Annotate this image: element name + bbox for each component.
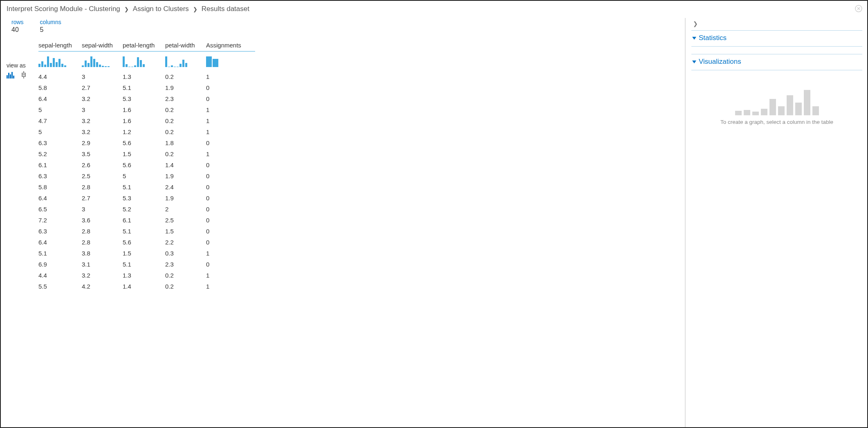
column-header[interactable]: petal-width [165,39,206,52]
table-row[interactable]: 5.54.21.40.21 [38,281,255,292]
dataset-summary: rows 40 columns 5 [7,17,683,39]
table-cell: 0 [206,226,255,237]
table-cell: 1.5 [123,248,165,259]
table-cell: 5.3 [123,93,165,104]
table-cell: 0 [206,237,255,248]
table-row[interactable]: 5.13.81.50.31 [38,248,255,259]
visualizations-section: Visualizations To create a graph, select… [691,54,862,130]
table-cell: 1.8 [165,137,206,148]
table-cell: 3.5 [82,148,123,159]
table-row[interactable]: 4.73.21.60.21 [38,115,255,126]
chevron-right-icon[interactable]: ❯ [691,20,862,30]
table-cell: 6.3 [38,226,82,237]
table-cell: 0 [206,93,255,104]
column-histogram[interactable] [82,52,123,72]
table-cell: 1.6 [123,115,165,126]
breadcrumb-item[interactable]: Interpret Scoring Module - Clustering [7,5,120,13]
table-row[interactable]: 5.23.51.50.21 [38,148,255,159]
table-cell: 5.2 [38,148,82,159]
statistics-header[interactable]: Statistics [691,31,862,47]
table-cell: 5.8 [38,182,82,193]
table-row[interactable]: 5.82.75.11.90 [38,82,255,93]
table-cell: 5 [123,170,165,182]
visualizations-body: To create a graph, select a column in th… [691,70,862,130]
table-cell: 5.1 [38,248,82,259]
column-histogram[interactable] [165,52,206,72]
svg-rect-3 [10,74,11,78]
svg-rect-1 [7,75,8,78]
rows-value: 40 [11,26,24,34]
table-cell: 0.2 [165,126,206,137]
view-as-histogram-icon[interactable] [7,71,17,80]
column-histogram[interactable] [38,52,82,72]
view-as-boxplot-icon[interactable] [20,71,27,80]
table-cell: 4.4 [38,71,82,82]
table-cell: 4.7 [38,115,82,126]
table-cell: 2.7 [82,193,123,204]
table-cell: 2.8 [82,226,123,237]
table-cell: 0 [206,170,255,182]
table-cell: 0.2 [165,270,206,281]
column-header[interactable]: sepal-length [38,39,82,52]
table-cell: 3.2 [82,93,123,104]
table-cell: 6.1 [123,215,165,226]
table-cell: 2.4 [165,182,206,193]
table-cell: 5 [38,104,82,115]
column-header[interactable]: Assignments [206,39,255,52]
table-cell: 1.3 [123,270,165,281]
table-cell: 6.3 [38,137,82,148]
table-cell: 5.2 [123,204,165,215]
rows-label: rows [11,19,24,25]
caret-down-icon [692,61,696,63]
column-header[interactable]: petal-length [123,39,165,52]
table-row[interactable]: 6.535.220 [38,204,255,215]
pane-splitter[interactable] [683,16,687,427]
table-row[interactable]: 6.12.65.61.40 [38,159,255,170]
table-row[interactable]: 7.23.66.12.50 [38,215,255,226]
table-cell: 3.8 [82,248,123,259]
inspector-pane: ❯ Statistics Visualizations To create a … [687,16,867,427]
table-cell: 0.3 [165,248,206,259]
table-cell: 7.2 [38,215,82,226]
table-cell: 5.1 [123,226,165,237]
table-cell: 3.1 [82,259,123,270]
table-cell: 1 [206,148,255,159]
table-cell: 5.6 [123,159,165,170]
table-cell: 5.5 [38,281,82,292]
svg-rect-4 [11,72,13,78]
table-cell: 0 [206,159,255,170]
view-as-label: view as [7,62,38,69]
table-row[interactable]: 4.43.21.30.21 [38,270,255,281]
table-row[interactable]: 6.32.85.11.50 [38,226,255,237]
column-histogram[interactable] [123,52,165,72]
table-cell: 4.2 [82,281,123,292]
table-row[interactable]: 53.21.20.21 [38,126,255,137]
table-row[interactable]: 6.42.85.62.20 [38,237,255,248]
table-cell: 0 [206,193,255,204]
visualizations-title: Visualizations [699,58,741,66]
table-row[interactable]: 5.82.85.12.40 [38,182,255,193]
column-header[interactable]: sepal-width [82,39,123,52]
table-cell: 5.3 [123,193,165,204]
table-row[interactable]: 6.42.75.31.90 [38,193,255,204]
data-table-scroll[interactable]: sepal-length sepal-width petal-length pe… [38,39,683,427]
visualizations-header[interactable]: Visualizations [691,54,862,70]
breadcrumb-item[interactable]: Assign to Clusters [133,5,189,13]
table-cell: 0.2 [165,71,206,82]
table-row[interactable]: 6.93.15.12.30 [38,259,255,270]
table-cell: 5.6 [123,137,165,148]
table-cell: 1 [206,71,255,82]
table-cell: 1.9 [165,170,206,182]
table-row[interactable]: 6.32.95.61.80 [38,137,255,148]
close-icon[interactable] [854,4,863,13]
results-pane: rows 40 columns 5 view as [1,16,683,427]
svg-rect-5 [13,76,14,78]
table-cell: 1 [206,281,255,292]
table-row[interactable]: 4.431.30.21 [38,71,255,82]
table-row[interactable]: 531.60.21 [38,104,255,115]
column-histogram[interactable] [206,52,255,72]
table-cell: 1.4 [165,159,206,170]
table-row[interactable]: 6.43.25.32.30 [38,93,255,104]
table-row[interactable]: 6.32.551.90 [38,170,255,182]
table-cell: 2.8 [82,237,123,248]
